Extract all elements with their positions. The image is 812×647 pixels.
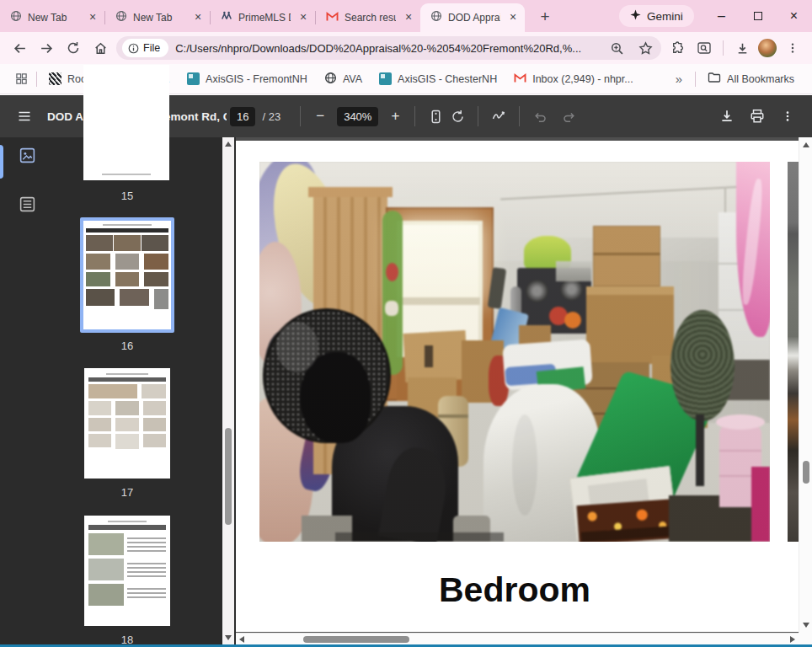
address-bar[interactable]: File C:/Users/nhpro/Downloads/DOD%20Appr…	[116, 36, 661, 60]
scroll-up-arrow[interactable]	[803, 142, 809, 147]
zoom-level-value[interactable]: 340%	[337, 107, 378, 126]
pdf-menu-icon[interactable]	[13, 105, 35, 127]
fit-page-button[interactable]	[425, 105, 446, 127]
thumb-photo	[114, 235, 141, 251]
tab-close-icon[interactable]: ×	[296, 11, 310, 24]
photo-shape	[696, 414, 704, 486]
minimize-button[interactable]: –	[703, 0, 740, 32]
tab-close-icon[interactable]: ×	[191, 11, 205, 24]
thumbnail-page-16-selected[interactable]	[80, 217, 174, 333]
scroll-down-arrow[interactable]	[803, 623, 809, 628]
thumb-photo	[115, 418, 138, 431]
tab-close-icon[interactable]: ×	[506, 11, 520, 24]
forward-button[interactable]	[35, 37, 57, 59]
downloads-icon[interactable]	[731, 37, 753, 59]
side-panel-search-icon[interactable]	[693, 37, 715, 59]
sidebar-scrollbar[interactable]	[222, 137, 234, 644]
bookmark-axisgis-chester[interactable]: AxisGIS - ChesterNH	[371, 68, 505, 90]
thumb-photo	[154, 289, 168, 309]
scroll-left-arrow[interactable]	[239, 636, 244, 643]
all-bookmarks-button[interactable]: All Bookmarks	[700, 68, 802, 90]
globe-icon	[10, 10, 22, 25]
tab-dod-appraisal-active[interactable]: DOD Apprai ×	[420, 3, 525, 32]
thumb-header-bar	[88, 377, 166, 382]
bookmark-star-icon[interactable]	[634, 37, 656, 59]
rotate-button[interactable]	[446, 105, 468, 127]
pdf-print-button[interactable]	[746, 105, 768, 127]
pdf-sidebar-rail	[0, 137, 54, 644]
undo-button	[529, 105, 551, 127]
zoom-in-button[interactable]: +	[385, 106, 405, 126]
thumbnail-page-15[interactable]	[83, 65, 169, 180]
viewer-horizontal-scrollbar[interactable]	[236, 633, 799, 644]
tab-primemls[interactable]: PrimeMLS D ×	[211, 3, 315, 32]
url-text[interactable]: C:/Users/nhpro/Downloads/DOD%20Appraisal…	[175, 42, 599, 55]
window-controls: – ×	[703, 0, 812, 32]
close-button[interactable]: ×	[776, 0, 812, 32]
bookmark-gmail-inbox[interactable]: Inbox (2,949) - nhpr...	[506, 68, 641, 90]
bedroom-photo	[259, 162, 770, 542]
bookmark-ava[interactable]: AVA	[317, 68, 370, 90]
tab-new-tab-1[interactable]: New Tab ×	[0, 3, 104, 32]
profile-avatar[interactable]	[758, 39, 777, 57]
thumb-photo	[144, 254, 168, 270]
thumb-photo	[144, 272, 168, 286]
zoom-page-icon[interactable]	[606, 37, 628, 59]
apps-grid-icon[interactable]	[10, 68, 32, 90]
photo-shape	[560, 278, 583, 301]
tab-close-icon[interactable]: ×	[402, 11, 415, 24]
photo-shape	[593, 226, 660, 286]
browser-menu-icon[interactable]	[782, 37, 804, 59]
gemini-star-icon	[630, 9, 641, 23]
axisgis-icon	[187, 72, 200, 85]
thumb-photo	[88, 418, 111, 431]
annotate-button[interactable]	[488, 105, 510, 127]
photo-shape	[556, 261, 591, 281]
thumb-comp-row	[88, 533, 166, 555]
thumbnail-label: 16	[80, 340, 174, 352]
new-tab-button[interactable]: +	[535, 8, 555, 26]
file-chip[interactable]: File	[122, 39, 168, 57]
viewer-vertical-scrollbar[interactable]	[799, 137, 812, 633]
thumb-photo-row	[86, 235, 168, 251]
photo-shape	[335, 532, 504, 542]
home-button[interactable]	[89, 37, 111, 59]
scroll-down-arrow[interactable]	[225, 635, 232, 640]
back-button[interactable]	[8, 37, 30, 59]
adjacent-photo-sliver	[788, 162, 799, 542]
outline-view-button[interactable]	[17, 194, 37, 214]
thumb-comp-row	[88, 559, 166, 580]
maximize-button[interactable]	[740, 0, 776, 32]
scroll-right-arrow[interactable]	[790, 636, 795, 643]
thumb-photo	[120, 289, 148, 306]
bookmarks-divider	[36, 72, 37, 87]
zoom-out-button[interactable]: −	[310, 106, 330, 126]
viewer-scrollbar-thumb[interactable]	[803, 461, 809, 484]
pdf-page: Bedroom	[236, 141, 799, 632]
gemini-button[interactable]: Gemini	[619, 5, 694, 27]
thumbnails-view-button[interactable]	[17, 145, 37, 165]
gmail-icon	[326, 10, 339, 25]
tab-title: New Tab	[28, 12, 80, 24]
extensions-icon[interactable]	[666, 37, 688, 59]
tab-gmail-search[interactable]: Search resul ×	[316, 3, 420, 32]
thumbnail-page-17[interactable]	[84, 368, 170, 479]
pdf-more-options-icon[interactable]	[777, 105, 799, 127]
bookmarks-overflow-button[interactable]: »	[667, 72, 691, 86]
viewer-hscrollbar-thumb[interactable]	[303, 636, 409, 643]
axisgis-icon	[379, 72, 392, 85]
globe-icon	[324, 72, 337, 87]
scroll-up-arrow[interactable]	[225, 142, 232, 147]
pdf-download-button[interactable]	[716, 105, 738, 127]
photo-shapes	[259, 162, 770, 542]
tab-new-tab-2[interactable]: New Tab ×	[105, 3, 210, 32]
thumb-photo	[143, 418, 166, 431]
thumbnail-page-18[interactable]	[84, 516, 170, 626]
reload-button[interactable]	[62, 37, 84, 59]
tab-close-icon[interactable]: ×	[86, 11, 99, 24]
bookmark-axisgis-fremont[interactable]: AxisGIS - FremontNH	[179, 68, 315, 90]
page-number-input[interactable]: 16	[230, 107, 255, 126]
photo-shape	[586, 286, 674, 364]
sidebar-scrollbar-thumb[interactable]	[225, 428, 232, 525]
thumbnail-label: 17	[80, 486, 174, 499]
